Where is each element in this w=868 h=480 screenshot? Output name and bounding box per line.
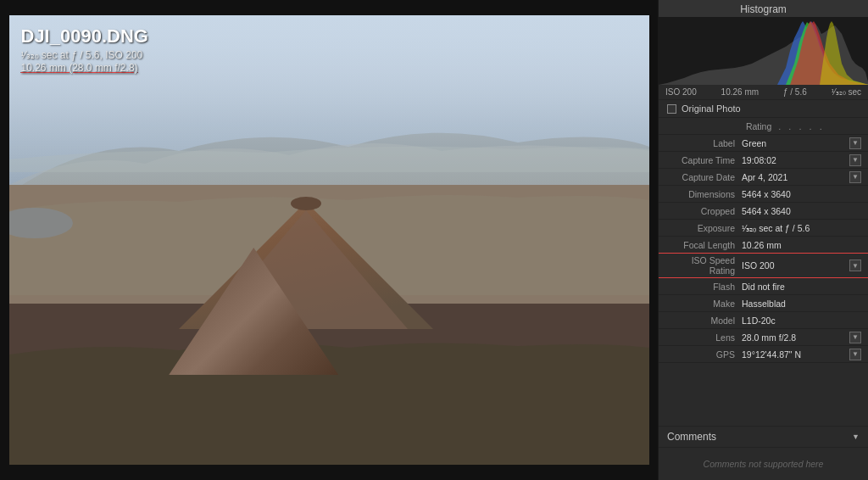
- make-row: Make Hasselblad: [659, 295, 868, 312]
- focal-length-value: 10.26 mm: [742, 240, 861, 250]
- label-row: Label Green ▼: [659, 135, 868, 152]
- photo-focal-line2: 10.26 mm (28.0 mm f/2.8): [21, 62, 148, 74]
- gps-icon[interactable]: ▼: [849, 349, 861, 360]
- label-value: Green: [742, 138, 846, 148]
- svg-point-3: [291, 197, 321, 210]
- capture-time-label: Capture Time: [665, 155, 742, 165]
- histogram-header: Histogram: [659, 0, 868, 17]
- cropped-row: Cropped 5464 x 3640: [659, 203, 868, 220]
- lens-label: Lens: [665, 332, 742, 343]
- capture-time-icon[interactable]: ▼: [849, 154, 861, 166]
- flash-label: Flash: [665, 282, 742, 292]
- comments-title: Comments: [667, 431, 716, 443]
- model-row: Model L1D-20c: [659, 312, 868, 329]
- gps-value: 19°12'44.87" N: [742, 349, 846, 360]
- label-label: Label: [665, 138, 742, 148]
- exposure-row: Exposure ¹⁄₃₂₀ sec at ƒ / 5.6: [659, 220, 868, 237]
- original-photo-label: Original Photo: [682, 103, 741, 114]
- original-photo-checkbox[interactable]: [667, 104, 676, 114]
- model-label: Model: [665, 315, 742, 326]
- photo-background: [9, 15, 649, 465]
- make-value: Hasselblad: [742, 299, 861, 309]
- iso-speed-label: ISO Speed Rating: [665, 255, 742, 276]
- image-panel: DJI_0090.DNG ¹⁄₃₂₀ sec at ƒ / 5.6, ISO 2…: [0, 0, 658, 480]
- capture-date-icon[interactable]: ▼: [849, 171, 861, 183]
- histogram-shutter: ¹⁄₃₂₀ sec: [832, 87, 861, 97]
- right-panel: Histogram ISO 200 10.26 mm ƒ / 5.6 ¹⁄₃₂₀…: [658, 0, 868, 480]
- focal-length-row: Focal Length 10.26 mm: [659, 237, 868, 254]
- lens-value: 28.0 mm f/2.8: [742, 332, 846, 343]
- comments-content: Comments not supported here: [659, 448, 868, 480]
- histogram-canvas: [659, 17, 868, 85]
- photo-filename: DJI_0090.DNG: [21, 25, 148, 47]
- photo-overlay-info: DJI_0090.DNG ¹⁄₃₂₀ sec at ƒ / 5.6, ISO 2…: [21, 25, 148, 74]
- iso-speed-value: ISO 200: [742, 260, 846, 271]
- gps-row: GPS 19°12'44.87" N ▼: [659, 346, 868, 363]
- histogram-title: Histogram: [740, 3, 787, 15]
- dimensions-value: 5464 x 3640: [742, 189, 861, 199]
- make-label: Make: [665, 299, 742, 309]
- iso-speed-row: ISO Speed Rating ISO 200 ▼: [659, 254, 868, 278]
- histogram-meta: ISO 200 10.26 mm ƒ / 5.6 ¹⁄₃₂₀ sec: [659, 85, 868, 100]
- comments-section: Comments ▼ Comments not supported here: [659, 426, 868, 480]
- photo-container: DJI_0090.DNG ¹⁄₃₂₀ sec at ƒ / 5.6, ISO 2…: [9, 15, 649, 465]
- capture-date-value: Apr 4, 2021: [742, 172, 846, 182]
- metadata-section: Rating . . . . . Label Green ▼ Capture T…: [659, 118, 868, 426]
- focal-length-label: Focal Length: [665, 240, 742, 250]
- model-value: L1D-20c: [742, 315, 861, 326]
- flash-value: Did not fire: [742, 282, 861, 292]
- flash-row: Flash Did not fire: [659, 278, 868, 295]
- lens-icon[interactable]: ▼: [849, 332, 861, 343]
- gps-label: GPS: [665, 349, 742, 360]
- label-dropdown-icon[interactable]: ▼: [849, 137, 861, 149]
- comments-header: Comments ▼: [659, 427, 868, 448]
- capture-time-row: Capture Time 19:08:02 ▼: [659, 152, 868, 169]
- iso-speed-icon[interactable]: ▼: [849, 260, 861, 271]
- rating-dots[interactable]: . . . . .: [778, 121, 825, 131]
- rating-row: Rating . . . . .: [659, 118, 868, 135]
- capture-date-label: Capture Date: [665, 172, 742, 182]
- histogram-aperture: ƒ / 5.6: [783, 87, 807, 97]
- lens-row: Lens 28.0 mm f/2.8 ▼: [659, 329, 868, 346]
- cropped-value: 5464 x 3640: [742, 206, 861, 216]
- dimensions-label: Dimensions: [665, 189, 742, 199]
- exposure-value: ¹⁄₃₂₀ sec at ƒ / 5.6: [742, 223, 861, 233]
- cropped-label: Cropped: [665, 206, 742, 216]
- histogram-section: Histogram ISO 200 10.26 mm ƒ / 5.6 ¹⁄₃₂₀…: [659, 0, 868, 118]
- histogram-focal: 10.26 mm: [721, 87, 759, 97]
- original-photo-row[interactable]: Original Photo: [659, 100, 868, 118]
- histogram-iso: ISO 200: [665, 87, 697, 97]
- capture-date-row: Capture Date Apr 4, 2021 ▼: [659, 169, 868, 186]
- photo-exposure-line1: ¹⁄₃₂₀ sec at ƒ / 5.6, ISO 200: [21, 49, 148, 61]
- dimensions-row: Dimensions 5464 x 3640: [659, 186, 868, 203]
- rating-label: Rating: [702, 121, 778, 131]
- comments-chevron-icon[interactable]: ▼: [852, 433, 860, 441]
- exposure-label: Exposure: [665, 223, 742, 233]
- capture-time-value: 19:08:02: [742, 155, 846, 165]
